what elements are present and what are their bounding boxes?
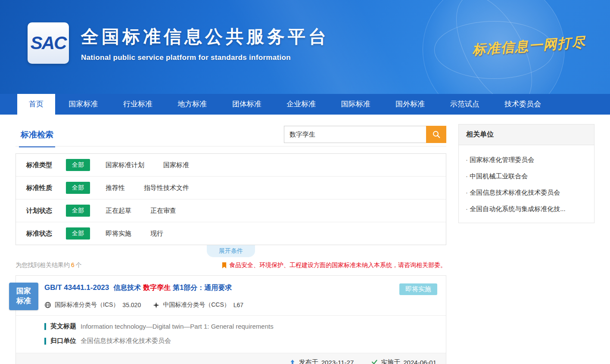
classification-row: 国际标准分类号（ICS） 35.020 中国标准分类号（CCS） L67 [16, 299, 446, 316]
filter-label: 标准状态 [26, 230, 66, 238]
globe-icon [44, 302, 51, 308]
summary-suffix: 个 [76, 261, 82, 268]
filter-option[interactable]: 正在起草 [106, 207, 131, 215]
search-input[interactable] [284, 126, 426, 143]
results-info-row: 为您找到相关结果约6个 食品安全、环境保护、工程建设方面的国家标准未纳入本系统，… [16, 261, 446, 269]
summary-prefix: 为您找到相关结果约 [16, 261, 70, 268]
english-title-row: 英文标题 Information technology—Digital twin… [44, 322, 437, 330]
filter-row-plan-status: 计划状态 全部 正在起草 正在审查 [16, 199, 446, 222]
ics-value: 35.020 [122, 302, 141, 308]
site-title-block: 全国标准信息公共服务平台 National public service pla… [81, 25, 329, 62]
filter-row-standard-status: 标准状态 全部 即将实施 现行 [16, 222, 446, 245]
site-title: 全国标准信息公共服务平台 [81, 25, 329, 49]
expand-conditions-wrap: 展开条件 [16, 245, 446, 257]
implemented-date: 2024-06-01 [403, 359, 436, 364]
tab-standard-search[interactable]: 标准检索 [19, 124, 55, 147]
nav-item-group-standards[interactable]: 团体标准 [221, 94, 273, 115]
nav-item-home[interactable]: 首页 [17, 94, 55, 115]
main-column: 标准检索 标准类型 全部 国家标准计划 国家标准 [16, 115, 446, 364]
ccs-value: L67 [233, 302, 243, 308]
expand-conditions-button[interactable]: 展开条件 [207, 245, 255, 257]
nav-item-enterprise-standards[interactable]: 企业标准 [275, 94, 327, 115]
related-units-panel: 相关单位 国家标准化管理委员会 中国机械工业联合会 全国信息技术标准化技术委员会… [458, 124, 594, 223]
filter-label: 计划状态 [26, 207, 66, 215]
standard-type-badge: 国家 标准 [9, 283, 38, 310]
committee-value: 全国信息技术标准化技术委员会 [81, 337, 171, 345]
check-icon [371, 359, 378, 364]
filter-option[interactable]: 国家标准 [163, 161, 189, 169]
filter-row-standard-nature: 标准性质 全部 推荐性 指导性技术文件 [16, 177, 446, 199]
filter-all-button[interactable]: 全部 [66, 182, 90, 194]
published-date: 2023-11-27 [321, 359, 354, 364]
filter-option[interactable]: 即将实施 [106, 230, 131, 238]
english-title-value: Information technology—Digital twin—Part… [81, 323, 274, 330]
status-badge: 即将实施 [399, 283, 437, 295]
system-notice: 食品安全、环境保护、工程建设方面的国家标准未纳入本系统，请咨询相关部委。 [221, 261, 446, 269]
search-tab-row: 标准检索 [16, 124, 446, 146]
results-summary: 为您找到相关结果约6个 [16, 261, 82, 269]
filter-all-button[interactable]: 全部 [66, 205, 90, 217]
site-subtitle: National public service platform for sta… [81, 53, 329, 62]
type-badge-line2: 标准 [16, 296, 31, 306]
publish-icon [289, 359, 296, 364]
committee-row: 归口单位 全国信息技术标准化技术委员会 [44, 337, 437, 345]
nav-item-local-standards[interactable]: 地方标准 [166, 94, 218, 115]
nav-item-national-standards[interactable]: 国家标准 [57, 94, 109, 115]
summary-count: 6 [71, 261, 75, 268]
card-footer: 发布于 2023-11-27 实施于 2024-06-01 [16, 353, 446, 364]
filter-option[interactable]: 正在审查 [150, 207, 176, 215]
nav-item-technical-committees[interactable]: 技术委员会 [493, 94, 553, 115]
filter-label: 标准类型 [26, 161, 66, 169]
filter-label: 标准性质 [26, 184, 66, 192]
english-title-label: 英文标题 [50, 322, 76, 330]
site-header: SAC 全国标准信息公共服务平台 National public service… [0, 0, 610, 94]
published-group: 发布于 2023-11-27 [289, 358, 354, 364]
ics-label: 国际标准分类号（ICS） [55, 301, 119, 309]
sac-logo-text: SAC [31, 33, 66, 53]
nav-item-foreign-standards[interactable]: 国外标准 [384, 94, 436, 115]
ccs-label: 中国标准分类号（CCS） [163, 301, 230, 309]
main-nav: 首页 国家标准 行业标准 地方标准 团体标准 企业标准 国际标准 国外标准 示范… [0, 94, 610, 115]
committee-label: 归口单位 [50, 337, 76, 345]
ics-group: 国际标准分类号（ICS） 35.020 [44, 301, 141, 309]
related-units-list: 国家标准化管理委员会 中国机械工业联合会 全国信息技术标准化技术委员会 全国自动… [459, 145, 594, 223]
standard-title-link[interactable]: GB/T 43441.1-2023信息技术数字孪生第1部分：通用要求 [44, 283, 232, 292]
standard-code: GB/T 43441.1-2023 [44, 283, 109, 292]
nav-item-industry-standards[interactable]: 行业标准 [112, 94, 164, 115]
filter-option[interactable]: 现行 [150, 230, 163, 238]
filter-option[interactable]: 推荐性 [106, 184, 125, 192]
flag-icon [221, 262, 227, 269]
ccs-group: 中国标准分类号（CCS） L67 [153, 301, 243, 309]
type-badge-line1: 国家 [16, 286, 31, 296]
standard-title-pre: 信息技术 [113, 284, 141, 291]
filter-panel: 标准类型 全部 国家标准计划 国家标准 标准性质 全部 推荐性 指导性技术文件 … [16, 153, 446, 245]
published-label: 发布于 [299, 358, 318, 364]
related-unit-link[interactable]: 全国信息技术标准化技术委员会 [466, 189, 587, 197]
search-button[interactable] [426, 126, 446, 143]
sac-logo[interactable]: SAC [28, 22, 69, 64]
filter-all-button[interactable]: 全部 [66, 159, 90, 171]
accent-bar [44, 323, 46, 330]
notice-text: 食品安全、环境保护、工程建设方面的国家标准未纳入本系统，请咨询相关部委。 [229, 261, 446, 269]
filter-option[interactable]: 国家标准计划 [106, 161, 144, 169]
related-unit-link[interactable]: 中国机械工业联合会 [466, 172, 587, 180]
filter-row-standard-type: 标准类型 全部 国家标准计划 国家标准 [16, 154, 446, 177]
nav-item-international-standards[interactable]: 国际标准 [330, 94, 382, 115]
page: SAC 全国标准信息公共服务平台 National public service… [0, 0, 610, 364]
search-icon [432, 130, 441, 139]
result-card: 国家 标准 GB/T 43441.1-2023信息技术数字孪生第1部分：通用要求… [16, 275, 446, 364]
related-units-title: 相关单位 [459, 124, 594, 145]
search-group [284, 126, 446, 143]
standard-title-keyword: 数字孪生 [143, 284, 171, 291]
filter-all-button[interactable]: 全部 [66, 227, 90, 240]
implemented-group: 实施于 2024-06-01 [371, 358, 436, 364]
standard-title-post: 第1部分：通用要求 [173, 284, 232, 291]
nav-item-pilot-demo[interactable]: 示范试点 [439, 94, 491, 115]
filter-option[interactable]: 指导性技术文件 [144, 184, 189, 192]
implemented-label: 实施于 [381, 358, 400, 364]
compass-icon [153, 302, 159, 308]
related-unit-link[interactable]: 全国自动化系统与集成标准化技... [466, 205, 587, 213]
accent-bar [44, 338, 46, 345]
content-area: 标准检索 标准类型 全部 国家标准计划 国家标准 [0, 115, 610, 364]
related-unit-link[interactable]: 国家标准化管理委员会 [466, 156, 587, 164]
